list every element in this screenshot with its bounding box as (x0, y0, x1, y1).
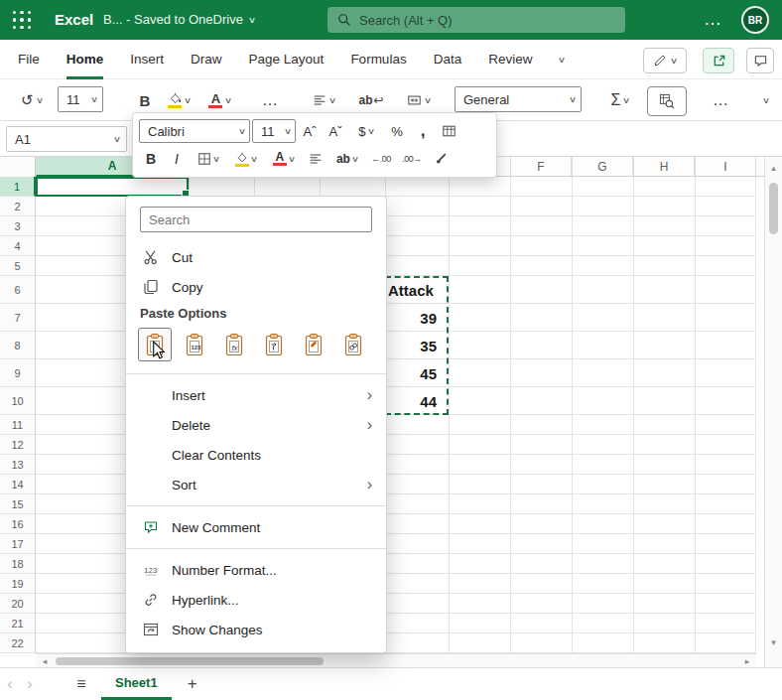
menu-item-delete[interactable]: Delete › (126, 410, 386, 440)
scroll-left-icon[interactable]: ◂ (38, 656, 52, 666)
row-header-8[interactable]: 8 (0, 332, 36, 359)
select-all-corner[interactable] (0, 157, 36, 177)
mini-alignment-button[interactable] (304, 147, 327, 171)
cell-value[interactable]: 44 (386, 387, 448, 415)
alignment-button[interactable]: ∨ (306, 86, 343, 114)
menu-item-new-comment[interactable]: New Comment (126, 512, 386, 542)
paste-transposed-button[interactable] (257, 328, 291, 361)
accounting-format-button[interactable]: $ ∨ (349, 119, 383, 143)
row-header-21[interactable]: 21 (0, 614, 36, 633)
mini-font-color-button[interactable]: A ∨ (266, 147, 302, 171)
mini-font-name-select[interactable]: Calibri ∨ (139, 119, 250, 143)
row-header-5[interactable]: 5 (0, 256, 36, 276)
paste-link-button[interactable] (336, 328, 370, 361)
cell-value[interactable]: 45 (386, 359, 448, 387)
row-header-11[interactable]: 11 (0, 415, 36, 435)
row-header-14[interactable]: 14 (0, 475, 36, 494)
comments-button[interactable] (746, 48, 774, 73)
menu-item-insert[interactable]: Insert › (126, 380, 386, 410)
tab-formulas[interactable]: Formulas (350, 40, 406, 79)
add-sheet-button[interactable]: + (182, 674, 203, 694)
tab-draw[interactable]: Draw (191, 40, 222, 79)
merge-cells-button[interactable]: ∨ (399, 86, 439, 114)
increase-decimal-button[interactable]: ←.00 (367, 147, 395, 171)
format-painter-button[interactable] (429, 147, 453, 171)
comma-format-button[interactable]: , (411, 119, 435, 143)
shrink-font-button[interactable]: Aˇ (324, 119, 347, 143)
horizontal-scrollbar[interactable]: ◂ ▸ (36, 653, 756, 667)
share-button[interactable] (703, 48, 734, 73)
next-sheet-icon[interactable]: › (20, 675, 40, 693)
menu-item-clear-contents[interactable]: Clear Contents (126, 440, 386, 470)
menu-item-sort[interactable]: Sort › (126, 470, 386, 499)
collapse-ribbon-chevron[interactable]: ∨ (756, 86, 776, 114)
row-header-15[interactable]: 15 (0, 494, 36, 514)
row-header-9[interactable]: 9 (0, 359, 36, 387)
column-header-h[interactable]: H (633, 157, 695, 176)
font-group-overflow-button[interactable]: … (256, 86, 284, 114)
column-header-g[interactable]: G (572, 157, 633, 176)
autosum-button[interactable]: Σ ∨ (601, 86, 639, 114)
name-box[interactable]: A1 ∨ (6, 126, 127, 152)
menu-item-cut[interactable]: Cut (126, 242, 386, 272)
column-header-f[interactable]: F (510, 157, 572, 176)
menu-item-copy[interactable]: Copy (126, 272, 386, 302)
grow-font-button[interactable]: Aˆ (298, 119, 322, 143)
menu-item-hyperlink[interactable]: Hyperlink... (126, 585, 386, 615)
row-header-18[interactable]: 18 (0, 554, 36, 574)
app-launcher-icon[interactable] (13, 11, 32, 30)
undo-button[interactable]: ↺ ∨ (12, 86, 52, 114)
bold-button[interactable]: B (133, 86, 157, 114)
ribbon-overflow-chevron-icon[interactable]: ∨ (559, 55, 567, 65)
mini-italic-button[interactable]: I (165, 147, 189, 171)
paste-formatting-button[interactable] (297, 328, 330, 361)
mini-borders-button[interactable]: ∨ (191, 147, 226, 171)
row-header-4[interactable]: 4 (0, 236, 36, 256)
mini-wrap-text-button[interactable]: ab ∨ (329, 147, 365, 171)
row-header-19[interactable]: 19 (0, 574, 36, 594)
number-format-select[interactable]: General ∨ (455, 86, 582, 112)
document-title[interactable]: B... - Saved to OneDrive ∨ (103, 0, 255, 40)
find-button[interactable] (647, 86, 687, 116)
tab-file[interactable]: File (18, 40, 40, 79)
row-header-12[interactable]: 12 (0, 435, 36, 455)
vertical-scroll-thumb[interactable] (769, 183, 778, 234)
wrap-text-button[interactable]: ab ↩ (353, 86, 389, 114)
row-header-13[interactable]: 13 (0, 455, 36, 475)
row-header-1[interactable]: 1 (0, 177, 36, 197)
cell-value[interactable]: 35 (386, 332, 448, 359)
row-header-10[interactable]: 10 (0, 387, 36, 415)
toolbar-overflow-button[interactable]: … (707, 86, 734, 114)
row-header-22[interactable]: 22 (0, 633, 36, 653)
paste-formulas-button[interactable]: fx (217, 328, 251, 361)
search-input[interactable]: Search (Alt + Q) (327, 7, 625, 33)
menu-search-input[interactable] (140, 207, 372, 232)
scroll-down-icon[interactable]: ▾ (765, 637, 782, 647)
row-header-2[interactable]: 2 (0, 197, 36, 216)
row-header-6[interactable]: 6 (0, 276, 36, 304)
sheet-list-icon[interactable]: ≡ (69, 675, 93, 693)
font-size-select[interactable]: 11 ∨ (58, 86, 103, 112)
mini-fill-color-button[interactable]: ∨ (228, 147, 264, 171)
format-as-table-button[interactable] (437, 119, 460, 143)
decrease-decimal-button[interactable]: .00→ (397, 147, 427, 171)
fill-color-button[interactable]: ∨ (161, 86, 198, 114)
cell-value[interactable]: 39 (386, 304, 448, 332)
titlebar-more-button[interactable]: … (701, 0, 724, 40)
tab-home[interactable]: Home (66, 40, 104, 79)
percent-format-button[interactable]: % (385, 119, 409, 143)
mini-bold-button[interactable]: B (139, 147, 163, 171)
font-color-button[interactable]: A ∨ (202, 86, 238, 114)
vertical-scrollbar[interactable]: ▴ ▾ (764, 157, 782, 667)
tab-data[interactable]: Data (434, 40, 462, 79)
paste-button[interactable] (138, 328, 172, 361)
tab-review[interactable]: Review (488, 40, 532, 79)
paste-values-button[interactable]: 123 (178, 328, 211, 361)
sheet-tab-sheet1[interactable]: Sheet1 (101, 668, 172, 700)
horizontal-scroll-thumb[interactable] (56, 657, 324, 665)
row-header-7[interactable]: 7 (0, 304, 36, 332)
row-header-17[interactable]: 17 (0, 534, 36, 554)
row-header-16[interactable]: 16 (0, 514, 36, 534)
mini-font-size-select[interactable]: 11 ∨ (252, 119, 296, 143)
tab-insert[interactable]: Insert (130, 40, 164, 79)
